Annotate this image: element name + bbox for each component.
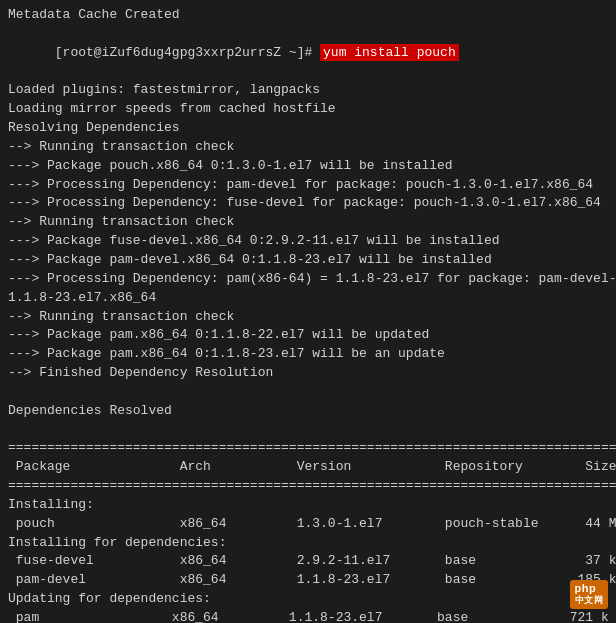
line-run-check3: --> Running transaction check — [8, 308, 608, 327]
line-sep1: ========================================… — [8, 439, 608, 458]
line-table-header: Package Arch Version Repository Size — [8, 458, 608, 477]
line-fuse-devel-install: ---> Package fuse-devel.x86_64 0:2.9.2-1… — [8, 232, 608, 251]
line-blank2 — [8, 421, 608, 440]
line-pam-version: 1.1.8-23.el7.x86_64 — [8, 289, 608, 308]
line-pam-devel-row: pam-devel x86_64 1.1.8-23.el7 base 185 k — [8, 571, 608, 590]
line-metadata: Metadata Cache Created — [8, 6, 608, 25]
line-command: [root@iZuf6dug4gpg3xxrp2urrsZ ~]# yum in… — [8, 25, 608, 82]
line-pam-dep: ---> Processing Dependency: pam-devel fo… — [8, 176, 608, 195]
line-installing-deps-label: Installing for dependencies: — [8, 534, 608, 553]
line-pouch-row: pouch x86_64 1.3.0-1.el7 pouch-stable 44… — [8, 515, 608, 534]
line-loading-mirror: Loading mirror speeds from cached hostfi… — [8, 100, 608, 119]
prompt-text: [root@iZuf6dug4gpg3xxrp2urrsZ ~]# — [55, 45, 320, 60]
line-sep2: ========================================… — [8, 477, 608, 496]
watermark-badge: php 中文网 — [570, 580, 609, 609]
line-deps-resolved: Dependencies Resolved — [8, 402, 608, 421]
line-fuse-dep: ---> Processing Dependency: fuse-devel f… — [8, 194, 608, 213]
line-resolving: Resolving Dependencies — [8, 119, 608, 138]
line-pam-update2: ---> Package pam.x86_64 0:1.1.8-23.el7 w… — [8, 345, 608, 364]
terminal-window: Metadata Cache Created [root@iZuf6dug4gp… — [0, 0, 616, 623]
line-run-check1: --> Running transaction check — [8, 138, 608, 157]
command-text: yum install pouch — [320, 44, 459, 61]
line-updating-deps-label: Updating for dependencies: — [8, 590, 608, 609]
line-fuse-devel-row: fuse-devel x86_64 2.9.2-11.el7 base 37 k — [8, 552, 608, 571]
line-run-check2: --> Running transaction check — [8, 213, 608, 232]
watermark-main: php — [575, 582, 597, 594]
line-pam-dep2: ---> Processing Dependency: pam(x86-64) … — [8, 270, 608, 289]
watermark-sub: 中文网 — [575, 594, 604, 607]
line-pouch-install: ---> Package pouch.x86_64 0:1.3.0-1.el7 … — [8, 157, 608, 176]
terminal-output: Metadata Cache Created [root@iZuf6dug4gp… — [8, 6, 608, 623]
line-pam-devel-install: ---> Package pam-devel.x86_64 0:1.1.8-23… — [8, 251, 608, 270]
line-blank1 — [8, 383, 608, 402]
line-loaded-plugins: Loaded plugins: fastestmirror, langpacks — [8, 81, 608, 100]
line-installing-label: Installing: — [8, 496, 608, 515]
line-finished-dep: --> Finished Dependency Resolution — [8, 364, 608, 383]
line-pam-row: pam x86_64 1.1.8-23.el7 base 721 k — [8, 609, 608, 623]
line-pam-update: ---> Package pam.x86_64 0:1.1.8-22.el7 w… — [8, 326, 608, 345]
